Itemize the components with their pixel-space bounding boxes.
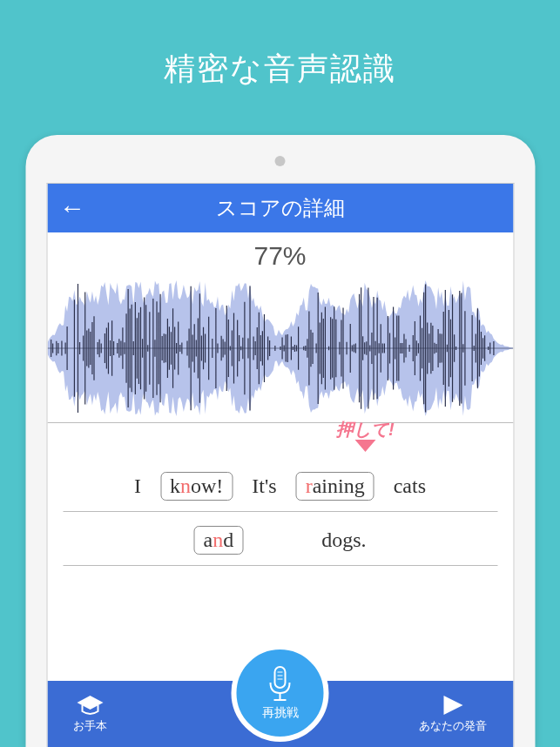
word: I	[134, 474, 141, 498]
sentence-area: 押して! Iknow!It'srainingcats anddogs.	[47, 423, 513, 575]
word-box[interactable]: and	[194, 526, 244, 555]
device-frame: ← スコアの詳細 77% 押して! Iknow!It'srainingcats …	[25, 135, 535, 747]
camera-dot	[275, 156, 286, 166]
your-audio-label: あなたの発音	[419, 718, 487, 734]
score-display: 77%	[47, 232, 513, 274]
highlight-letter: n	[180, 474, 191, 497]
word-box[interactable]: raining	[296, 472, 374, 501]
word: It's	[252, 474, 276, 498]
sentence-line-2: anddogs.	[63, 512, 497, 566]
play-icon	[440, 694, 466, 717]
header-title: スコアの詳細	[47, 194, 513, 222]
app-screen: ← スコアの詳細 77% 押して! Iknow!It'srainingcats …	[46, 183, 514, 747]
graduation-cap-icon	[76, 694, 105, 717]
waveform-visualization	[47, 274, 513, 422]
tooltip-arrow-icon	[354, 440, 375, 452]
retry-label: 再挑戦	[262, 705, 299, 721]
promo-title: 精密な音声認識	[0, 0, 560, 125]
word: cats	[394, 474, 426, 498]
retry-mic-button[interactable]: 再挑戦	[232, 644, 329, 742]
your-audio-button[interactable]: あなたの発音	[419, 694, 487, 734]
microphone-icon	[266, 665, 295, 703]
back-arrow-icon[interactable]: ←	[59, 195, 85, 221]
word-box[interactable]: know!	[160, 472, 233, 501]
word: dogs.	[321, 528, 366, 552]
bottom-bar: お手本 再挑戦 あなたの発音	[47, 681, 513, 747]
model-audio-button[interactable]: お手本	[73, 694, 107, 734]
sentence-line-1: Iknow!It'srainingcats	[63, 458, 497, 512]
press-tooltip: 押して!	[336, 418, 395, 452]
highlight-letter: r	[306, 474, 313, 497]
svg-rect-1	[275, 667, 286, 688]
tooltip-text: 押して!	[336, 418, 395, 441]
highlight-letter: n	[213, 528, 223, 551]
app-header: ← スコアの詳細	[47, 184, 513, 232]
model-audio-label: お手本	[73, 718, 107, 734]
